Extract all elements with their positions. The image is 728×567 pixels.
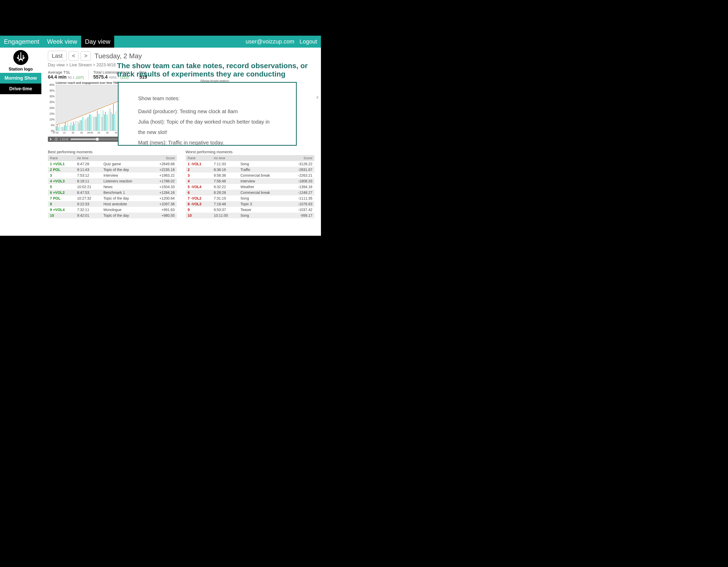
table-row[interactable]: 99:53:37Teaser-1037.42: [186, 207, 315, 212]
nav-day-view[interactable]: Day view: [81, 36, 114, 48]
table-row[interactable]: 6 +VOL28:47:53Benchmark 1+1284.16: [48, 190, 177, 195]
table-row[interactable]: 8 -VOL37:18:48Topic 3-1076.63: [186, 201, 315, 207]
table-row[interactable]: 7 POL10:27:32Topic of the day+1200.64: [48, 195, 177, 201]
date-title: Tuesday, 2 May: [94, 52, 142, 60]
table-row[interactable]: 89:22:33Host anecdote+1097.36: [48, 201, 177, 207]
station-logo-label: Station logo: [0, 67, 41, 72]
play-icon[interactable]: [49, 138, 53, 141]
table-row[interactable]: 39:58:38Commercial break-2263.21: [186, 172, 315, 178]
notes-line: Matt (news): Traffic in negative today.: [138, 137, 276, 148]
station-logo-icon: [13, 50, 29, 65]
table-row[interactable]: 68:28:28Commercial break-1248.27: [186, 190, 315, 195]
top-nav: Engagement Week view Day view user@voizz…: [0, 36, 321, 48]
nav-week-view[interactable]: Week view: [43, 36, 81, 48]
user-email: user@voizzup.com: [246, 38, 299, 45]
next-button[interactable]: >: [81, 51, 91, 61]
show-team-notes: Show team notes: David (producer): Testi…: [118, 82, 297, 146]
table-row[interactable]: 1 +VOL18:47:28Quiz game+2649.68: [48, 161, 177, 167]
nav-engagement[interactable]: Engagement: [0, 36, 43, 48]
prev-button[interactable]: <: [69, 51, 79, 61]
station-logo: Station logo: [0, 48, 41, 73]
best-moments: Best performing moments RankAir timeScor…: [48, 150, 177, 218]
logout-link[interactable]: Logout: [300, 38, 321, 45]
last-button[interactable]: Last: [48, 51, 67, 61]
sidebar-show-drive[interactable]: Drive-time: [0, 83, 41, 94]
table-row[interactable]: 4 +VOL38:18:11Listeners reaction+1788.02: [48, 178, 177, 184]
stat-tsl: Average TSL 64.4 min 60.1 (107): [48, 70, 89, 80]
table-row[interactable]: 2 POL9:11:43Topic of the day+2235.18: [48, 167, 177, 172]
date-controls: Last < > Tuesday, 2 May: [48, 51, 314, 61]
table-row[interactable]: 1010:11:00Song-999.17: [186, 212, 315, 218]
notes-title: Show team notes:: [138, 93, 276, 104]
clock-icon[interactable]: [55, 138, 58, 141]
table-row[interactable]: 9 +VOL47:32:11Monologue+991.63: [48, 207, 177, 212]
sidebar: Station logo Morning Show Drive-time: [0, 48, 41, 236]
table-row[interactable]: 510:02:21News+1504.33: [48, 184, 177, 190]
add-moment-hint: t!: [317, 96, 318, 99]
player-position: 1:59:45: [60, 138, 68, 141]
table-row[interactable]: 5 -VOL49:32:22Weather-1394.16: [186, 184, 315, 190]
table-row[interactable]: 109:42:01Topic of the day+980.55: [48, 212, 177, 218]
worst-moments: Worst performing moments RankAir timeSco…: [186, 150, 315, 218]
sidebar-show-morning[interactable]: Morning Show: [0, 73, 41, 83]
tables-row: Best performing moments RankAir timeScor…: [48, 150, 314, 218]
table-row[interactable]: 37:53:12Interview+1983.22: [48, 172, 177, 178]
table-row[interactable]: 47:56:48Interview-1808.33: [186, 178, 315, 184]
table-row[interactable]: 28:36:16Traffic-2831.67: [186, 167, 315, 172]
notes-line: Julia (host): Topic of the day worked mu…: [138, 117, 276, 137]
feature-callout: The show team can take notes, record obs…: [117, 62, 308, 78]
table-row[interactable]: 7 -VOL27:31:19Song-1111.35: [186, 195, 315, 201]
notes-line: David (producer): Testing new clock at 8…: [138, 106, 276, 117]
table-row[interactable]: 1 -VOL17:11:33Song-3128.22: [186, 161, 315, 167]
